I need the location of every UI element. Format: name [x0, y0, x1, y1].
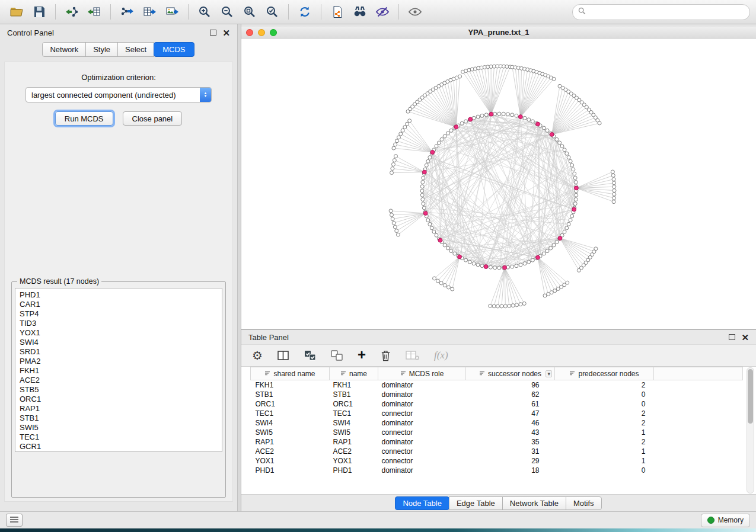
- table-vertical-scrollbar[interactable]: [747, 367, 754, 493]
- table-cell[interactable]: 2: [555, 380, 654, 390]
- memory-button[interactable]: Memory: [701, 514, 750, 527]
- table-cell[interactable]: PHD1: [251, 466, 330, 475]
- table-cell[interactable]: 96: [466, 380, 555, 390]
- export-table-button[interactable]: [139, 3, 160, 21]
- close-panel-button[interactable]: Close panel: [123, 111, 183, 126]
- table-cell[interactable]: RAP1: [251, 437, 330, 447]
- table-cell[interactable]: dominator: [378, 390, 466, 399]
- table-row[interactable]: RAP1RAP1dominator352: [251, 437, 743, 447]
- chevron-down-icon[interactable]: ▾: [546, 370, 552, 377]
- table-cell[interactable]: ACE2: [330, 447, 378, 456]
- export-network-button[interactable]: [116, 3, 138, 21]
- function-builder-button[interactable]: f(x): [434, 350, 448, 361]
- apply-layout-button[interactable]: [294, 3, 315, 21]
- table-cell[interactable]: 61: [466, 399, 555, 409]
- table-cell[interactable]: 0: [555, 390, 654, 399]
- zoom-out-button[interactable]: [216, 3, 238, 21]
- mcds-node-item[interactable]: PMA2: [20, 357, 222, 366]
- table-cell[interactable]: ORC1: [330, 399, 378, 409]
- table-cell[interactable]: PHD1: [330, 466, 378, 475]
- criterion-dropdown[interactable]: largest connected component (undirected)…: [25, 87, 212, 102]
- table-row[interactable]: ORC1ORC1dominator610: [251, 399, 743, 409]
- network-canvas[interactable]: [241, 39, 756, 329]
- tab-mcds[interactable]: MCDS: [154, 42, 194, 57]
- tab-style[interactable]: Style: [85, 42, 118, 57]
- table-cell[interactable]: YOX1: [330, 456, 378, 466]
- table-cell[interactable]: STB1: [251, 390, 330, 399]
- table-cell[interactable]: FKH1: [330, 380, 378, 390]
- run-mcds-button[interactable]: Run MCDS: [55, 111, 113, 126]
- search-input[interactable]: [589, 7, 744, 17]
- network-document-button[interactable]: [327, 3, 348, 21]
- table-row[interactable]: TEC1TEC1connector472: [251, 409, 743, 418]
- table-cell[interactable]: ORC1: [251, 399, 330, 409]
- tab-network-table[interactable]: Network Table: [502, 496, 566, 510]
- column-header-predecessor-nodes[interactable]: predecessor nodes: [555, 367, 654, 380]
- tab-node-table[interactable]: Node Table: [395, 496, 449, 510]
- table-row[interactable]: YOX1YOX1connector291: [251, 456, 743, 466]
- table-cell[interactable]: connector: [378, 447, 466, 456]
- scrollbar-thumb[interactable]: [748, 369, 753, 424]
- show-all-button[interactable]: [404, 3, 426, 21]
- import-network-button[interactable]: [61, 3, 82, 21]
- column-header-shared-name[interactable]: shared name: [251, 367, 330, 380]
- deselect-all-button[interactable]: [331, 350, 343, 361]
- mcds-node-item[interactable]: TEC1: [20, 432, 222, 442]
- table-row[interactable]: FKH1FKH1dominator962: [251, 380, 743, 390]
- table-cell[interactable]: dominator: [378, 399, 466, 409]
- mcds-node-item[interactable]: TID3: [20, 319, 222, 328]
- mcds-node-item[interactable]: STB1: [20, 414, 222, 423]
- mcds-node-item[interactable]: CAR1: [20, 300, 222, 309]
- tab-network[interactable]: Network: [42, 42, 86, 57]
- table-cell[interactable]: 2: [555, 437, 654, 447]
- table-cell[interactable]: FKH1: [251, 380, 330, 390]
- column-header-name[interactable]: name: [330, 367, 378, 380]
- table-cell[interactable]: SWI5: [330, 428, 378, 437]
- mcds-node-item[interactable]: SRD1: [20, 347, 222, 357]
- table-cell[interactable]: 43: [466, 428, 555, 437]
- zoom-selected-button[interactable]: [261, 3, 283, 21]
- hide-unselected-button[interactable]: [372, 3, 393, 21]
- table-cell[interactable]: connector: [378, 409, 466, 418]
- mcds-node-item[interactable]: YOX1: [20, 328, 222, 338]
- table-cell[interactable]: dominator: [378, 418, 466, 428]
- mcds-node-item[interactable]: PHD1: [20, 290, 222, 300]
- table-cell[interactable]: 62: [466, 390, 555, 399]
- float-panel-icon[interactable]: [210, 30, 216, 36]
- table-cell[interactable]: 29: [466, 456, 555, 466]
- export-image-button[interactable]: [161, 3, 183, 21]
- search-network-button[interactable]: [349, 3, 371, 21]
- table-cell[interactable]: dominator: [378, 437, 466, 447]
- table-cell[interactable]: 46: [466, 418, 555, 428]
- float-panel-icon[interactable]: [729, 334, 735, 340]
- column-header-mcds-role[interactable]: MCDS role: [378, 367, 466, 380]
- table-cell[interactable]: YOX1: [251, 456, 330, 466]
- table-cell[interactable]: RAP1: [330, 437, 378, 447]
- table-cell[interactable]: STB1: [330, 390, 378, 399]
- table-options-button[interactable]: ⚙: [252, 350, 263, 361]
- table-row[interactable]: ACE2ACE2connector311: [251, 447, 743, 456]
- table-cell[interactable]: 1: [555, 428, 654, 437]
- toolbar-search[interactable]: [572, 4, 750, 20]
- table-cell[interactable]: 31: [466, 447, 555, 456]
- delete-column-button[interactable]: [380, 350, 391, 362]
- table-row[interactable]: PHD1PHD1dominator180: [251, 466, 743, 475]
- table-cell[interactable]: 0: [555, 466, 654, 475]
- create-column-button[interactable]: +: [358, 350, 366, 362]
- tab-edge-table[interactable]: Edge Table: [449, 496, 503, 510]
- table-cell[interactable]: 1: [555, 456, 654, 466]
- table-cell[interactable]: connector: [378, 428, 466, 437]
- table-cell[interactable]: SWI4: [330, 418, 378, 428]
- mcds-node-item[interactable]: GCR1: [20, 442, 222, 451]
- table-cell[interactable]: 2: [555, 409, 654, 418]
- table-row[interactable]: STB1STB1dominator620: [251, 390, 743, 399]
- close-panel-icon[interactable]: ✕: [222, 28, 230, 37]
- table-row[interactable]: SWI5SWI5connector431: [251, 428, 743, 437]
- zoom-fit-button[interactable]: [239, 3, 260, 21]
- mcds-node-item[interactable]: ORC1: [20, 395, 222, 404]
- table-cell[interactable]: 35: [466, 437, 555, 447]
- tab-motifs[interactable]: Motifs: [566, 496, 602, 510]
- table-cell[interactable]: connector: [378, 456, 466, 466]
- table-cell[interactable]: TEC1: [330, 409, 378, 418]
- open-file-button[interactable]: [6, 3, 27, 21]
